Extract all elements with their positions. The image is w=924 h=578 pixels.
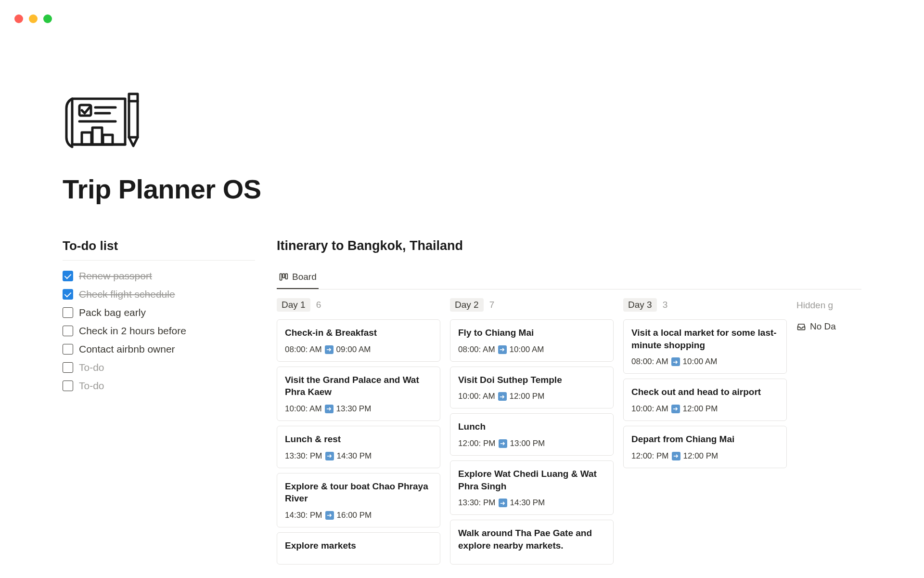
card-time-start: 10:00: AM [458, 392, 495, 401]
todo-heading: To-do list [63, 238, 255, 261]
card-time: 13:30: PM➜14:30 PM [285, 451, 432, 461]
tab-board-label: Board [292, 272, 317, 282]
todo-label: Renew passport [79, 270, 152, 282]
board-card[interactable]: Visit the Grand Palace and Wat Phra Kaew… [277, 367, 440, 421]
todo-item[interactable]: Contact airbnb owner [63, 343, 255, 355]
board-card[interactable]: Fly to Chiang Mai08:00: AM➜10:00 AM [450, 319, 614, 362]
arrow-right-icon: ➜ [325, 452, 334, 460]
arrow-right-icon: ➜ [325, 345, 334, 354]
card-time: 10:00: AM➜12:00 PM [458, 392, 605, 401]
board-card[interactable]: Explore Wat Chedi Luang & Wat Phra Singh… [450, 460, 614, 515]
card-time: 13:30: PM➜14:30 PM [458, 498, 605, 508]
maximize-window-icon[interactable] [43, 14, 52, 23]
close-window-icon[interactable] [14, 14, 23, 23]
card-title: Check out and head to airport [631, 386, 779, 398]
board-column-name: Day 3 [623, 298, 657, 312]
board-card[interactable]: Depart from Chiang Mai12:00: PM➜12:00 PM [623, 426, 787, 468]
board-column-count: 7 [489, 300, 495, 310]
arrow-right-icon: ➜ [498, 392, 507, 401]
board-column-header[interactable]: Day 33 [623, 298, 787, 312]
card-title: Fly to Chiang Mai [458, 327, 605, 339]
window-controls[interactable] [14, 14, 52, 23]
card-time-start: 08:00: AM [458, 345, 495, 355]
checkbox[interactable] [63, 362, 73, 373]
todo-label: Contact airbnb owner [79, 343, 175, 355]
board-card[interactable]: Lunch12:00: PM➜13:00 PM [450, 413, 614, 456]
card-time: 10:00: AM➜13:30 PM [285, 404, 432, 414]
card-title: Depart from Chiang Mai [631, 433, 779, 446]
card-title: Visit the Grand Palace and Wat Phra Kaew [285, 374, 432, 398]
card-time-start: 13:30: PM [458, 498, 496, 508]
checkbox[interactable] [63, 326, 73, 336]
board: Day 16Check-in & Breakfast08:00: AM➜09:0… [277, 298, 861, 569]
card-title: Explore & tour boat Chao Phraya River [285, 480, 432, 505]
todo-list: Renew passportCheck flight schedulePack … [63, 270, 255, 392]
no-data-label: No Da [810, 321, 836, 332]
board-card[interactable]: Explore & tour boat Chao Phraya River14:… [277, 473, 440, 527]
card-title: Walk around Tha Pae Gate and explore nea… [458, 527, 605, 552]
checkbox[interactable] [63, 271, 73, 281]
page-icon [63, 87, 144, 154]
board-column-name: Day 2 [450, 298, 484, 312]
checkbox[interactable] [63, 381, 73, 391]
arrow-right-icon: ➜ [499, 439, 507, 448]
card-time: 08:00: AM➜10:00 AM [631, 357, 779, 367]
arrow-right-icon: ➜ [499, 499, 507, 507]
todo-item[interactable]: Check in 2 hours before [63, 325, 255, 337]
board-card[interactable]: Check-in & Breakfast08:00: AM➜09:00 AM [277, 319, 440, 362]
todo-item[interactable]: Renew passport [63, 270, 255, 282]
arrow-right-icon: ➜ [498, 345, 507, 354]
tab-board[interactable]: Board [277, 267, 319, 289]
card-time-start: 10:00: AM [631, 404, 668, 414]
card-time-end: 10:00 AM [510, 345, 544, 355]
todo-item[interactable]: To-do [63, 362, 255, 373]
card-time-start: 10:00: AM [285, 404, 322, 414]
hidden-groups-label[interactable]: Hidden g [796, 298, 861, 311]
card-time-end: 14:30 PM [337, 451, 372, 461]
svg-rect-10 [285, 274, 287, 279]
todo-label: To-do [79, 362, 104, 373]
todo-label: To-do [79, 380, 104, 392]
card-time: 10:00: AM➜12:00 PM [631, 404, 779, 414]
board-column-count: 3 [663, 300, 668, 310]
checkbox[interactable] [63, 344, 73, 355]
board-column-header[interactable]: Day 16 [277, 298, 440, 312]
card-title: Explore markets [285, 539, 432, 552]
card-time: 12:00: PM➜12:00 PM [631, 451, 779, 461]
card-time-start: 13:30: PM [285, 451, 322, 461]
todo-label: Check flight schedule [79, 289, 175, 300]
card-time-end: 12:00 PM [510, 392, 545, 401]
board-card[interactable]: Explore markets [277, 532, 440, 565]
board-column: Day 33Visit a local market for some last… [623, 298, 787, 569]
card-title: Lunch [458, 420, 605, 433]
board-column-header[interactable]: Day 27 [450, 298, 614, 312]
card-time-end: 09:00 AM [336, 345, 371, 355]
checkbox[interactable] [63, 307, 73, 318]
todo-item[interactable]: Check flight schedule [63, 289, 255, 300]
board-card[interactable]: Check out and head to airport10:00: AM➜1… [623, 379, 787, 421]
board-column-name: Day 1 [277, 298, 310, 312]
card-time-start: 12:00: PM [458, 439, 496, 448]
card-title: Lunch & rest [285, 433, 432, 446]
arrow-right-icon: ➜ [325, 405, 334, 413]
board-column: Day 27Fly to Chiang Mai08:00: AM➜10:00 A… [450, 298, 614, 569]
card-title: Check-in & Breakfast [285, 327, 432, 339]
board-card[interactable]: Visit Doi Suthep Temple10:00: AM➜12:00 P… [450, 367, 614, 409]
todo-item[interactable]: To-do [63, 380, 255, 392]
board-card[interactable]: Lunch & rest13:30: PM➜14:30 PM [277, 426, 440, 468]
checkbox[interactable] [63, 289, 73, 300]
board-card[interactable]: Walk around Tha Pae Gate and explore nea… [450, 520, 614, 565]
board-tabs: Board [277, 267, 861, 289]
no-data-group[interactable]: No Da [796, 321, 861, 332]
todo-label: Check in 2 hours before [79, 325, 186, 337]
page-title: Trip Planner OS [63, 173, 861, 205]
minimize-window-icon[interactable] [29, 14, 38, 23]
card-time-end: 12:00 PM [683, 451, 719, 461]
svg-rect-6 [92, 128, 102, 144]
todo-item[interactable]: Pack bag early [63, 307, 255, 318]
arrow-right-icon: ➜ [671, 357, 680, 366]
card-time: 14:30: PM➜16:00 PM [285, 511, 432, 520]
arrow-right-icon: ➜ [671, 405, 680, 413]
board-card[interactable]: Visit a local market for some last-minut… [623, 319, 787, 374]
itinerary-heading: Itinerary to Bangkok, Thailand [277, 238, 861, 253]
